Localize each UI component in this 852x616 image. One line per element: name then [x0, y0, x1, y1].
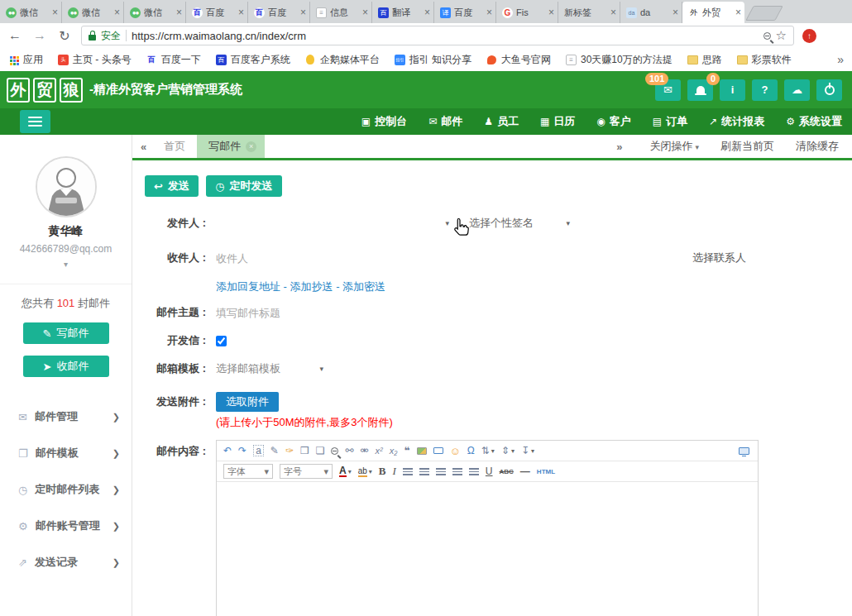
nav-settings[interactable]: ⚙系统设置 [786, 114, 842, 129]
signature-select[interactable]: 选择个性签名▾ [469, 216, 570, 231]
unlink-icon[interactable]: ⚮ [361, 446, 369, 456]
nav-console[interactable]: ▣控制台 [361, 114, 407, 129]
font-family-select[interactable]: 字体▾ [223, 464, 273, 479]
zoom-icon[interactable] [763, 32, 771, 40]
tab-close-icon[interactable]: × [114, 7, 120, 17]
bookmark-item[interactable]: 企鹅媒体平台 [305, 53, 380, 67]
bookmark-item[interactable]: 大鱼号官网 [486, 53, 551, 67]
dev-letter-checkbox[interactable] [216, 336, 227, 346]
cloud-download-button[interactable]: ☁ [784, 79, 810, 101]
compose-mail-button[interactable]: ✎写邮件 [23, 322, 109, 344]
bookmark-item[interactable]: 头主页 - 头条号 [58, 53, 132, 67]
editor-content-area[interactable] [217, 482, 758, 616]
receive-mail-button[interactable]: ➤收邮件 [23, 356, 109, 377]
font-color-dropdown[interactable]: A▾ [339, 466, 352, 477]
auto-typeset-icon[interactable]: a [253, 445, 264, 456]
browser-tab[interactable]: 百百度× [186, 2, 248, 23]
bookmark-apps[interactable]: 应用 [8, 53, 43, 67]
tab-compose-mail[interactable]: 写邮件× [197, 135, 265, 158]
letter-spacing-dropdown[interactable]: ⇅▾ [481, 446, 495, 456]
preview-search-icon[interactable] [331, 447, 338, 455]
reload-button[interactable]: ↻ [56, 28, 73, 44]
template-select[interactable]: 选择邮箱模板▾ [216, 361, 323, 376]
pick-contacts-link[interactable]: 选择联系人 [692, 251, 746, 265]
indent-icon[interactable] [403, 468, 413, 475]
browser-tab[interactable]: ●●微信× [62, 2, 124, 23]
italic-icon[interactable]: I [393, 465, 396, 478]
paste-text-icon[interactable]: ❒ [300, 446, 309, 456]
sidebar-item-timed-mail[interactable]: ◷定时邮件列表❯ [0, 471, 132, 508]
extension-icon[interactable]: ↑ [802, 29, 816, 43]
bookmark-item[interactable]: ≡30天赚10万的方法提 [566, 53, 673, 67]
bookmark-item[interactable]: 彩票软件 [737, 53, 792, 67]
nav-orders[interactable]: ▤订单 [653, 114, 687, 129]
blockquote-icon[interactable]: ❝ [404, 446, 409, 456]
browser-tab[interactable]: ≡信息× [310, 2, 372, 23]
bookmark-item[interactable]: 指引指引 知识分享 [395, 53, 471, 67]
line-height-dropdown[interactable]: ⇕▾ [501, 446, 515, 456]
address-bar[interactable]: 安全 https://crm.waimaolang.cn/index/crm ☆ [81, 26, 794, 45]
browser-tab[interactable]: 新标签× [558, 2, 620, 23]
align-center-icon[interactable] [436, 468, 446, 475]
browser-tab[interactable]: ●●微信× [0, 2, 62, 23]
scroll-tabs-left-icon[interactable]: « [132, 141, 152, 153]
pick-attachment-button[interactable]: 选取附件 [216, 392, 279, 412]
tab-close-icon[interactable]: × [735, 7, 741, 17]
bookmark-item[interactable]: 百百度一下 [146, 53, 201, 67]
paragraph-spacing-dropdown[interactable]: ↧▾ [521, 446, 534, 456]
eraser-icon[interactable]: ✎ [270, 446, 279, 456]
nav-customers[interactable]: ◉客户 [596, 114, 630, 129]
undo-icon[interactable]: ↶ [223, 446, 232, 456]
tab-close-icon[interactable]: × [52, 7, 58, 17]
chevron-down-icon[interactable]: ▾ [0, 260, 132, 269]
special-char-icon[interactable]: Ω [467, 446, 475, 456]
browser-tab[interactable]: ●●微信× [124, 2, 186, 23]
tab-close-icon[interactable]: × [300, 7, 306, 17]
tab-close-icon[interactable]: × [238, 7, 244, 17]
sidebar-item-send-log[interactable]: ⇗发送记录❯ [0, 544, 132, 580]
tab-close-icon[interactable]: × [486, 7, 492, 17]
from-select[interactable]: ▾ [216, 219, 449, 227]
nav-calendar[interactable]: ▦日历 [540, 114, 575, 129]
tab-home[interactable]: 首页 [152, 139, 197, 154]
mail-button[interactable]: ✉101 [655, 79, 681, 101]
scroll-tabs-right-icon[interactable]: » [608, 141, 628, 153]
nav-staff[interactable]: ♟员工 [484, 114, 519, 129]
align-justify-icon[interactable] [469, 468, 479, 475]
new-tab-button[interactable] [745, 6, 783, 21]
info-button[interactable]: i [720, 79, 745, 101]
link-icon[interactable]: ⚯ [345, 446, 353, 456]
add-address-links[interactable]: 添加回复地址 - 添加抄送 - 添加密送 [216, 279, 852, 294]
subscript-icon[interactable]: x₂ [390, 446, 398, 456]
bookmark-item[interactable]: 百百度客户系统 [216, 53, 290, 67]
tab-close-icon[interactable]: × [610, 7, 616, 17]
clear-cache-button[interactable]: 清除缓存 [796, 139, 839, 154]
tab-close-icon[interactable]: × [362, 7, 368, 17]
emoji-icon[interactable]: ☺ [450, 446, 461, 456]
subject-input[interactable] [216, 307, 514, 319]
sidebar-item-mail-accounts[interactable]: ⚙邮件账号管理❯ [0, 508, 132, 544]
align-right-icon[interactable] [452, 468, 462, 475]
url-text[interactable]: https://crm.waimaolang.cn/index/crm [132, 30, 759, 42]
bookmark-item[interactable]: 思路 [687, 53, 722, 67]
forward-button[interactable]: → [31, 28, 48, 43]
align-left-icon[interactable] [419, 468, 429, 475]
browser-tab[interactable]: GFis× [496, 2, 558, 23]
help-button[interactable]: ? [752, 79, 778, 101]
redo-icon[interactable]: ↷ [238, 446, 247, 456]
background-color-dropdown[interactable]: ab▾ [358, 466, 372, 477]
back-button[interactable]: ← [7, 28, 23, 43]
tab-close-icon[interactable]: × [548, 7, 554, 17]
tab-close-icon[interactable]: × [673, 7, 678, 17]
superscript-icon[interactable]: x² [376, 446, 383, 456]
browser-tab[interactable]: 百百度× [248, 2, 310, 23]
tab-close-icon[interactable]: × [424, 7, 430, 17]
horizontal-rule-icon[interactable]: — [520, 466, 530, 477]
app-logo[interactable]: 外 贸 狼 -精准外贸客户营销管理系统 [7, 78, 242, 103]
fullscreen-icon[interactable] [739, 447, 749, 455]
insert-video-icon[interactable] [433, 447, 443, 454]
insert-image-icon[interactable] [417, 447, 427, 455]
sidebar-item-mail-manage[interactable]: ✉邮件管理❯ [0, 399, 132, 435]
sidebar-item-mail-template[interactable]: ❐邮件模板❯ [0, 435, 132, 471]
sidebar-toggle-button[interactable] [20, 110, 50, 133]
